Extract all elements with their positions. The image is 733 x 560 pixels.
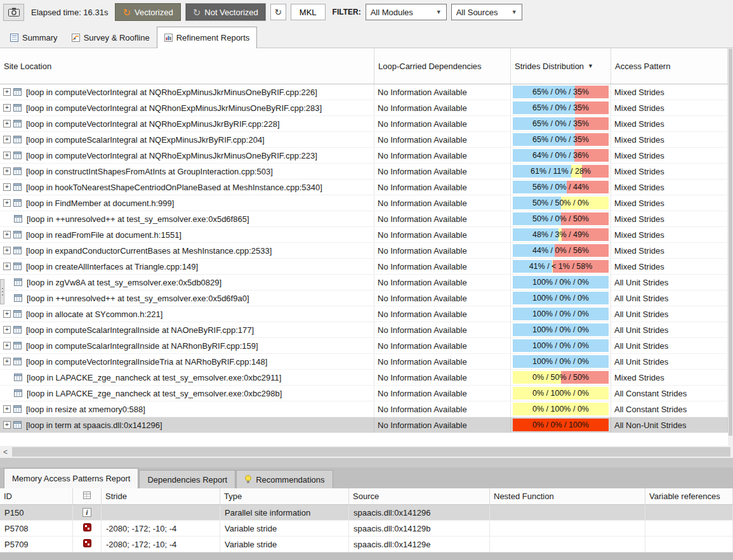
site-location-label: [loop in FindMember at document.h:999] [26,199,174,208]
table-row[interactable]: P5709-2080; -172; -10; -4Variable stride… [0,537,733,552]
snapshot-button[interactable] [3,4,24,21]
table-row[interactable]: +[loop in computeVectorIntegral at NQRho… [0,100,728,116]
expand-icon[interactable]: + [3,421,11,429]
table-row[interactable]: [loop in ++unresolved++ at test_sy_emsol… [0,211,728,227]
table-row[interactable]: [loop in LAPACKE_zge_nancheck at test_sy… [0,370,728,386]
expand-icon[interactable]: + [3,247,11,254]
table-row[interactable]: +[loop in hookToNearestShapeCentriodOnPl… [0,179,728,195]
site-cell: +[loop in readFromFile at document.h:155… [0,227,374,242]
table-row[interactable]: [loop in zgVw8A at test_sy_emsolver.exe:… [0,275,728,290]
loop-icon [13,247,22,254]
expand-icon[interactable]: + [3,358,11,365]
expand-icon[interactable]: + [3,120,11,127]
expand-icon[interactable]: + [3,104,11,112]
access-pattern-cell: All Unit Strides [611,306,728,322]
vertical-scrollbar-thumb[interactable] [729,49,732,436]
expand-icon[interactable]: + [3,152,11,159]
table-row[interactable]: [loop in LAPACKE_zge_nancheck at test_sy… [0,386,728,401]
table-row[interactable]: +[loop in computeScalarIntegralInside at… [0,322,728,338]
expand-icon[interactable]: + [3,326,11,334]
access-pattern-cell: All Unit Strides [611,354,728,369]
tab-summary[interactable]: Summary [3,28,65,48]
refresh-button[interactable]: ↻ [270,4,286,20]
site-cell: +[loop in createAllInterfaces at Triangl… [0,259,374,274]
tab-dependencies-report[interactable]: Dependencies Report [139,470,235,488]
table-row[interactable]: P5708-2080; -172; -10; -4Variable stride… [0,521,733,537]
mkl-button[interactable]: MKL [291,4,326,20]
expand-icon[interactable]: + [3,405,11,413]
table-row[interactable]: P150iParallel site informationspaacis.dl… [0,505,733,521]
table-row[interactable]: +[loop in createAllInterfaces at Triangl… [0,259,728,275]
expand-icon[interactable]: + [3,231,11,238]
strides-cell: 65% / 0% / 35% [511,116,611,131]
tab-survey-roofline[interactable]: Survey & Roofline [65,28,157,48]
dependencies-cell: No Information Available [374,386,511,401]
column-header-label: Variable references [649,492,720,501]
table-row[interactable]: +[loop in computeVectorIntegral at NQRho… [0,84,728,100]
sources-filter-dropdown[interactable]: All Sources ▼ [451,4,522,20]
column-header-site-location[interactable]: Site Location [0,48,374,84]
table-row[interactable]: +[loop in computeScalarIntegralInside at… [0,338,728,354]
site-cell: +[loop in computeScalarIntegralInside at… [0,322,374,337]
workflow-splitter-handle[interactable] [0,279,4,304]
vectorized-toggle[interactable]: ↻ Vectorized [115,3,180,21]
table-row[interactable]: +[loop in FindMember at document.h:999]N… [0,195,728,211]
tab-recommendations[interactable]: Recommendations [236,470,333,488]
dependencies-cell: No Information Available [374,100,511,115]
table-row[interactable]: +[loop in computeVectorIntegral at NQRho… [0,116,728,132]
horizontal-scrollbar[interactable]: < [0,446,733,458]
bottom-column-header-source[interactable]: Source [349,488,490,504]
elapsed-time: Elapsed time: 16.31s [29,8,110,17]
refinement-icon [164,34,173,42]
table-row[interactable]: +[loop in term at spaacis.dll:0x141296]N… [0,417,728,433]
column-header-access-pattern[interactable]: Access Pattern [611,48,728,84]
column-header-loop-carried-dependencies[interactable]: Loop-Carried Dependencies [374,48,511,84]
expand-icon[interactable]: + [3,263,11,270]
site-location-label: [loop in computeVectorIntegralInsideTria… [26,357,267,367]
expand-icon[interactable]: + [3,183,11,191]
pane-splitter[interactable] [0,458,733,467]
vertical-scrollbar[interactable] [728,48,733,446]
expand-icon[interactable]: + [3,199,11,207]
horizontal-scrollbar-track[interactable] [11,446,733,457]
table-row[interactable]: +[loop in computeScalarIntegral at NQExp… [0,132,728,148]
expand-icon[interactable]: + [3,136,11,143]
bottom-column-header-type[interactable]: Type [220,488,349,504]
table-row[interactable]: +[loop in readFromFile at document.h:155… [0,227,728,243]
column-header-label: Strides Distribution [515,62,584,71]
table-row[interactable]: [loop in ++unresolved++ at test_sy_emsol… [0,290,728,306]
not-vectorized-toggle[interactable]: ↻ Not Vectorized [185,3,266,21]
bottom-column-header-nested-function[interactable]: Nested Function [490,488,645,504]
site-cell: [loop in zgVw8A at test_sy_emsolver.exe:… [0,275,374,290]
icon-cell: i [73,505,102,520]
access-pattern-cell: Mixed Strides [611,164,728,179]
expand-icon[interactable]: + [3,310,11,318]
table-row[interactable]: +[loop in computeVectorIntegralInsideTri… [0,354,728,370]
tab-memory-access-patterns-report[interactable]: Memory Access Patterns Report [4,468,138,488]
horizontal-scrollbar-thumb[interactable] [12,447,730,457]
bottom-column-header-stride[interactable]: Stride [102,488,220,504]
strides-bar: 65% / 0% / 35% [513,117,609,130]
loop-icon [14,374,22,381]
tab-label: Dependencies Report [147,475,227,485]
loop-icon [13,310,22,318]
scroll-left-button[interactable]: < [0,446,11,457]
table-row[interactable]: +[loop in allocate at SYcommon.h:221]No … [0,306,728,322]
table-row[interactable]: +[loop in computeVectorIntegral at NQRho… [0,148,728,164]
tab-refinement-reports[interactable]: Refinement Reports [157,27,258,48]
strides-bar: 65% / 0% / 35% [513,86,609,98]
table-row[interactable]: +[loop in resize at xmemory0:588]No Info… [0,401,728,417]
expand-icon[interactable]: + [3,342,11,349]
expand-icon[interactable]: + [3,167,11,175]
loop-icon [13,199,22,207]
table-row[interactable]: +[loop in expandConductorCurrentBases at… [0,243,728,259]
modules-filter-dropdown[interactable]: All Modules ▼ [366,4,447,20]
bottom-column-header-id[interactable]: ID [0,488,73,504]
access-pattern-cell: All Unit Strides [611,322,728,337]
table-row[interactable]: +[loop in constructIntShapesFromAtInts a… [0,164,728,179]
bottom-column-header-variable-references[interactable]: Variable references [645,488,733,504]
bottom-column-header-icon[interactable] [73,488,102,504]
sort-descending-icon[interactable]: ▼ [588,63,593,69]
expand-icon[interactable]: + [3,88,11,96]
column-header-strides-distribution[interactable]: Strides Distribution▼ [511,48,611,84]
